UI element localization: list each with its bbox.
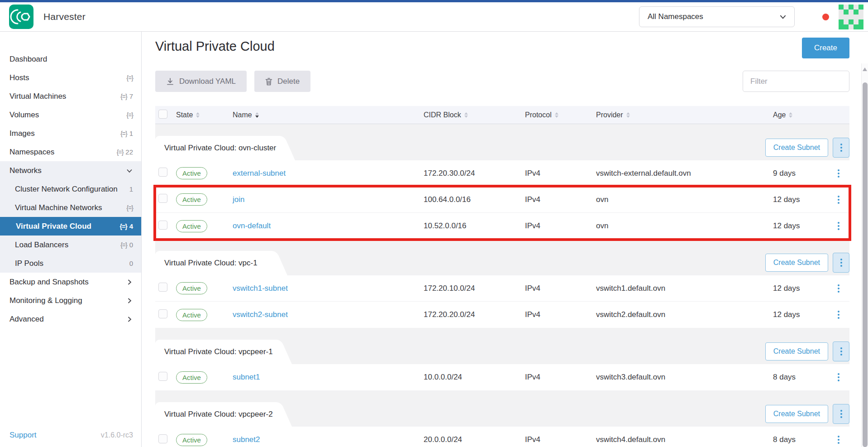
sidebar-item-meta: {=}22 [117, 148, 133, 156]
row-actions-kebab[interactable] [827, 284, 849, 293]
sidebar-item-meta: {=} [126, 74, 133, 82]
table-row: Activesubnet110.0.0.0/24IPv4vswitch3.def… [155, 364, 849, 390]
column-header-provider[interactable]: Provider [596, 111, 773, 119]
scroll-up-arrow-icon[interactable] [863, 67, 867, 71]
filter-input[interactable] [743, 71, 849, 92]
column-header-cidr-block[interactable]: CIDR Block [424, 111, 525, 119]
group-title: Virtual Private Cloud: vpcpeer-2 [164, 410, 273, 419]
group-title: Virtual Private Cloud: vpcpeer-1 [164, 347, 273, 356]
row-actions-kebab[interactable] [827, 311, 849, 319]
row-checkbox[interactable] [158, 194, 167, 203]
sidebar-item-ip-pools[interactable]: IP Pools0 [0, 254, 141, 273]
row-checkbox[interactable] [158, 168, 167, 177]
row-actions-kebab[interactable] [827, 169, 849, 178]
sidebar-item-label: Load Balancers [15, 240, 68, 250]
sidebar-item-networks[interactable]: Networks [0, 161, 141, 180]
support-link[interactable]: Support [10, 431, 37, 440]
subnet-name-link[interactable]: vswitch1-subnet [233, 284, 288, 293]
group-actions: Create Subnet [765, 138, 849, 158]
subnet-name-link[interactable]: subnet1 [233, 373, 260, 381]
age-cell: 12 days [773, 221, 827, 231]
group-actions: Create Subnet [765, 404, 849, 424]
namespace-selector-value: All Namespaces [648, 12, 703, 21]
kebab-icon [838, 311, 839, 319]
row-actions-kebab[interactable] [827, 436, 849, 444]
subnet-name-link[interactable]: ovn-default [233, 221, 271, 230]
sidebar-item-count: 7 [129, 92, 133, 100]
trash-icon [265, 77, 272, 86]
subnet-name-link[interactable]: external-subnet [233, 169, 286, 178]
row-actions-kebab[interactable] [827, 373, 849, 381]
sidebar-item-advanced[interactable]: Advanced [0, 310, 141, 328]
subnet-name-link[interactable]: subnet2 [233, 435, 260, 444]
sidebar-item-load-balancers[interactable]: Load Balancers{=}0 [0, 236, 141, 254]
sort-carets-icon [255, 112, 259, 118]
user-avatar[interactable] [839, 5, 863, 29]
row-checkbox[interactable] [158, 309, 167, 318]
provider-cell: vswitch-external.default.ovn [596, 169, 773, 178]
identicon-cell [858, 19, 863, 24]
sidebar-item-dashboard[interactable]: Dashboard [0, 50, 141, 68]
identicon-cell [854, 5, 858, 10]
create-subnet-button[interactable]: Create Subnet [765, 254, 828, 272]
sidebar-item-backup-and-snapshots[interactable]: Backup and Snapshots [0, 273, 141, 291]
column-header-name[interactable]: Name [233, 111, 424, 119]
group-actions-kebab[interactable] [833, 138, 849, 158]
namespace-selector[interactable]: All Namespaces [639, 6, 795, 27]
sidebar-item-virtual-machines[interactable]: Virtual Machines{=}7 [0, 87, 141, 106]
sidebar-item-cluster-network-configuration[interactable]: Cluster Network Configuration1 [0, 180, 141, 198]
sidebar-item-volumes[interactable]: Volumes{=} [0, 106, 141, 124]
row-actions-kebab[interactable] [827, 196, 849, 204]
sidebar-item-images[interactable]: Images{=}1 [0, 124, 141, 143]
cluster-scope-icon: {=} [117, 149, 124, 156]
kebab-icon [838, 222, 839, 230]
identicon-cell [839, 10, 844, 14]
row-checkbox[interactable] [158, 221, 167, 230]
create-subnet-button[interactable]: Create Subnet [765, 139, 828, 157]
create-subnet-button[interactable]: Create Subnet [765, 342, 828, 360]
chevron-down-icon [126, 167, 133, 174]
column-header-protocol[interactable]: Protocol [525, 111, 596, 119]
cluster-scope-icon: {=} [126, 74, 133, 82]
group-actions-kebab[interactable] [833, 253, 849, 273]
create-button[interactable]: Create [802, 38, 849, 58]
row-actions-kebab[interactable] [827, 222, 849, 230]
sidebar-item-monitoring-logging[interactable]: Monitoring & Logging [0, 291, 141, 310]
kebab-icon [838, 196, 839, 204]
column-header-age[interactable]: Age [773, 111, 827, 119]
identicon-cell [839, 24, 844, 29]
sidebar-item-virtual-private-cloud[interactable]: Virtual Private Cloud{=}4 [0, 217, 141, 236]
protocol-cell: IPv4 [525, 169, 596, 178]
sidebar-item-meta: {=}4 [120, 222, 133, 230]
sidebar-item-virtual-machine-networks[interactable]: Virtual Machine Networks{=} [0, 198, 141, 217]
subnet-name-link[interactable]: vswitch2-subnet [233, 310, 288, 319]
group-actions-kebab[interactable] [833, 341, 849, 361]
download-yaml-button[interactable]: Download YAML [155, 71, 247, 92]
sidebar-item-meta: {=}7 [120, 92, 133, 100]
status-badge: Active [176, 167, 207, 179]
row-checkbox[interactable] [158, 283, 167, 292]
chevron-right-icon [126, 316, 133, 323]
table-header-row: State Name CIDR Block Protocol Provider … [155, 106, 849, 124]
sidebar-item-hosts[interactable]: Hosts{=} [0, 68, 141, 87]
delete-button[interactable]: Delete [254, 71, 310, 92]
subnet-name-link[interactable]: join [233, 195, 244, 204]
row-checkbox[interactable] [158, 434, 167, 443]
identicon-cell [858, 14, 863, 19]
scrollbar-thumb[interactable] [863, 82, 868, 447]
status-badge: Active [176, 434, 207, 446]
status-badge: Active [176, 282, 207, 294]
age-cell: 9 days [773, 169, 827, 178]
cluster-scope-icon: {=} [126, 111, 133, 119]
select-all-checkbox[interactable] [158, 110, 167, 119]
cluster-scope-icon: {=} [120, 93, 127, 100]
group-actions-kebab[interactable] [833, 404, 849, 424]
sidebar-item-namespaces[interactable]: Namespaces{=}22 [0, 143, 141, 161]
status-badge: Active [176, 220, 207, 232]
chevron-right-icon [126, 279, 133, 286]
row-checkbox[interactable] [158, 372, 167, 381]
column-header-state[interactable]: State [176, 111, 233, 119]
create-subnet-button[interactable]: Create Subnet [765, 405, 828, 423]
identicon-cell [854, 19, 858, 24]
table-row: Activevswitch2-subnet172.20.20.0/24IPv4v… [155, 302, 849, 328]
